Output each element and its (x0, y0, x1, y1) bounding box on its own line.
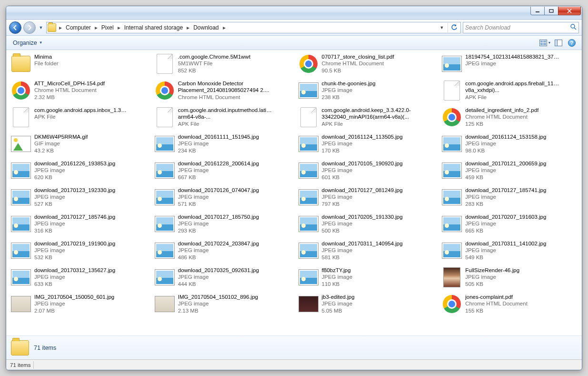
file-item[interactable]: download_20170219_191900.jpgJPEG image53… (9, 239, 151, 265)
file-type: APK File (178, 121, 273, 127)
file-item[interactable]: detailed_ingredient_info_2.pdfChrome HTM… (440, 105, 582, 132)
chrome-icon (443, 295, 461, 313)
breadcrumb-item[interactable]: Download (191, 23, 220, 32)
breadcrumb-sep: ▸ (222, 24, 227, 31)
image-icon (299, 269, 319, 285)
search-input[interactable]: Search Download (463, 22, 579, 33)
file-name: .com.google.Chrome.5M1wwt (178, 53, 250, 60)
minimize-button[interactable] (530, 7, 545, 15)
image-icon (155, 163, 175, 179)
file-name: download_20170126_074047.jpg (178, 187, 259, 193)
file-item[interactable]: com.google.android.inputmethod.latin_6.0… (153, 105, 295, 132)
file-type: Chrome HTML Document (34, 87, 105, 93)
file-item[interactable]: com.google.android.apps.inbox_1.35_(1388… (9, 105, 151, 132)
file-item[interactable]: download_20170127_185741.jpgJPEG image28… (440, 185, 582, 212)
file-item[interactable]: download_20170312_135627.jpgJPEG image63… (9, 265, 151, 292)
file-item[interactable]: download_20161226_193853.jpgJPEG image62… (9, 159, 151, 185)
file-grid[interactable]: MinimaFile folder.com.google.Chrome.5M1w… (6, 50, 582, 335)
divider (448, 23, 448, 32)
file-item[interactable]: fB0bzTY.jpgJPEG image110 KB (297, 265, 439, 292)
file-type: JPEG image (322, 193, 403, 200)
file-item[interactable]: com.google.android.keep_3.3.422.0-334220… (297, 105, 439, 132)
file-item[interactable]: FullSizeRender-46.jpgJPEG image505 KB (440, 265, 582, 292)
file-type: JPEG image (322, 87, 376, 93)
file-size: 667 KB (178, 174, 259, 181)
preview-pane-button[interactable] (552, 38, 565, 48)
file-item[interactable]: download_20170126_074047.jpgJPEG image57… (153, 185, 295, 212)
file-item[interactable]: 18194754_10213144815883821_3769698132894… (440, 52, 582, 79)
refresh-button[interactable] (450, 23, 458, 32)
back-button[interactable] (9, 21, 21, 34)
file-item[interactable]: MinimaFile folder (9, 52, 151, 79)
file-item[interactable]: IMG_20170504_150050_601.jpgJPEG image2.0… (9, 292, 151, 319)
file-name: download_20161228_200614.jpg (178, 160, 259, 167)
file-size: 125 KB (465, 121, 538, 127)
file-item[interactable]: .com.google.Chrome.5M1wwt5M1WWT File852 … (153, 52, 295, 79)
file-size: 852 KB (178, 67, 250, 74)
image-icon (155, 243, 175, 259)
history-dropdown[interactable]: ▼ (38, 21, 44, 34)
file-size: 283 KB (465, 201, 546, 207)
file-item[interactable]: jones-complaint.pdfChrome HTML Document1… (440, 292, 582, 319)
svg-rect-1 (549, 10, 553, 12)
file-item[interactable]: com.google.android.apps.fireball_11.0.02… (440, 79, 582, 105)
file-item[interactable]: IMG_20170504_150102_896.jpgJPEG image2.1… (153, 292, 295, 319)
breadcrumb-item[interactable]: Pixel (100, 23, 116, 32)
file-item[interactable]: download_20170127_185750.jpgJPEG image29… (153, 212, 295, 239)
image-icon (299, 216, 319, 232)
file-type: JPEG image (465, 274, 519, 280)
file-item[interactable]: download_20170325_092631.jpgJPEG image44… (153, 265, 295, 292)
file-size: 5.05 MB (322, 307, 355, 314)
file-item[interactable]: jb3-edited.jpgJPEG image5.05 MB (297, 292, 439, 319)
file-item[interactable]: download_20170311_140954.jpgJPEG image58… (297, 239, 439, 265)
file-size: 633 KB (34, 281, 115, 287)
file-type: JPEG image (34, 167, 115, 173)
image-thumbnail (11, 296, 31, 312)
file-item[interactable]: download_20170123_192330.jpgJPEG image52… (9, 185, 151, 212)
breadcrumb-item[interactable]: Internal shared storage (122, 23, 185, 32)
file-item[interactable]: download_20161111_151945.jpgJPEG image23… (153, 132, 295, 159)
file-item[interactable]: DKM6W4P5RRMA.gifGIF image43.2 KB (9, 132, 151, 159)
file-name: Minima (34, 53, 59, 60)
file-item[interactable]: download_20170105_190920.jpgJPEG image60… (297, 159, 439, 185)
file-type: JPEG image (465, 220, 546, 227)
file-item[interactable]: download_20161124_113505.jpgJPEG image17… (297, 132, 439, 159)
file-size: 665 KB (465, 227, 546, 234)
file-type: JPEG image (465, 60, 560, 67)
file-name: download_20170123_192330.jpg (34, 187, 115, 193)
file-name: Carbon Monoxide Detector Placement_20140… (178, 80, 273, 94)
file-item[interactable]: chunk-the-goonies.jpgJPEG image238 KB (297, 79, 439, 105)
file-type: JPEG image (34, 274, 115, 280)
close-button[interactable] (558, 7, 581, 15)
file-type: JPEG image (322, 274, 353, 280)
file-item[interactable]: ATT_MicroCell_DPH-154.pdfChrome HTML Doc… (9, 79, 151, 105)
file-name: detailed_ingredient_info_2.pdf (465, 107, 538, 113)
maximize-button[interactable] (544, 7, 558, 15)
help-button[interactable]: ? (566, 38, 578, 48)
image-thumbnail (299, 296, 319, 312)
file-item[interactable]: download_20170311_141002.jpgJPEG image54… (440, 239, 582, 265)
file-item[interactable]: download_20170121_200659.jpgJPEG image45… (440, 159, 582, 185)
file-item[interactable]: 070717_store_closing_list.pdfChrome HTML… (297, 52, 439, 79)
file-name: download_20170127_081249.jpg (322, 187, 403, 193)
file-type: Chrome HTML Document (178, 94, 273, 101)
file-item[interactable]: Carbon Monoxide Detector Placement_20140… (153, 79, 295, 105)
address-bar[interactable]: ▸ Computer ▸ Pixel ▸ Internal shared sto… (46, 22, 461, 33)
file-name: com.google.android.keep_3.3.422.0-334220… (322, 107, 417, 121)
view-button[interactable]: ▼ (539, 38, 551, 48)
file-item[interactable]: download_20161228_200614.jpgJPEG image66… (153, 159, 295, 185)
file-item[interactable]: download_20161124_153158.jpgJPEG image98… (440, 132, 582, 159)
file-item[interactable]: download_20170224_203847.jpgJPEG image48… (153, 239, 295, 265)
file-size: 2.32 MB (34, 94, 105, 101)
address-history-dropdown[interactable]: ▼ (438, 25, 446, 30)
gif-icon (11, 136, 31, 152)
image-icon (299, 136, 319, 152)
file-item[interactable]: download_20170127_081249.jpgJPEG image79… (297, 185, 439, 212)
breadcrumb-item[interactable]: Computer (64, 23, 93, 32)
image-thumbnail (155, 296, 175, 312)
organize-menu[interactable]: Organize ▼ (10, 38, 46, 48)
file-item[interactable]: download_20170127_185746.jpgJPEG image31… (9, 212, 151, 239)
file-item[interactable]: download_20170205_191330.jpgJPEG image50… (297, 212, 439, 239)
forward-button[interactable] (23, 21, 36, 34)
file-item[interactable]: download_20170207_191603.jpgJPEG image66… (440, 212, 582, 239)
